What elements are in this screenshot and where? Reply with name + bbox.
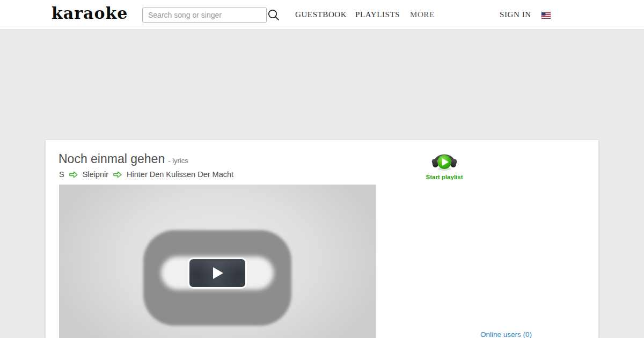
start-playlist-button[interactable]: Start playlist	[412, 149, 477, 180]
search-button[interactable]	[267, 9, 281, 23]
title-suffix: - lyrics	[168, 157, 188, 165]
video-play-button[interactable]	[188, 258, 247, 289]
play-icon	[213, 267, 223, 279]
breadcrumb: S Sleipnir Hinter Den Kulissen Der Macht	[59, 170, 233, 179]
top-navbar: karaoke GUESTBOOK PLAYLISTS MORE SIGN IN	[0, 0, 644, 30]
nav-link-more[interactable]: MORE	[410, 10, 435, 19]
search-box	[142, 8, 267, 23]
search-input[interactable]	[142, 8, 267, 23]
start-playlist-label: Start playlist	[412, 174, 477, 180]
video-player[interactable]	[59, 185, 376, 338]
nav-link-playlists[interactable]: PLAYLISTS	[355, 10, 400, 19]
breadcrumb-letter[interactable]: S	[59, 170, 64, 179]
sign-in-button[interactable]: SIGN IN	[500, 10, 531, 19]
song-title-text: Noch einmal gehen	[58, 152, 165, 166]
site-logo[interactable]: karaoke	[52, 4, 128, 23]
arrow-right-icon	[69, 171, 78, 178]
headphones-play-icon	[430, 165, 458, 173]
online-users-link[interactable]: Online users (0)	[480, 330, 532, 338]
breadcrumb-album[interactable]: Hinter Den Kulissen Der Macht	[127, 170, 233, 179]
page-title: Noch einmal gehen- lyrics	[58, 152, 188, 166]
page: karaoke GUESTBOOK PLAYLISTS MORE SIGN IN	[0, 0, 644, 338]
us-flag-icon[interactable]	[541, 11, 551, 18]
breadcrumb-artist[interactable]: Sleipnir	[83, 170, 108, 179]
search-icon	[267, 15, 280, 23]
nav-link-guestbook[interactable]: GUESTBOOK	[295, 10, 347, 19]
arrow-right-icon	[113, 171, 122, 178]
song-card: Noch einmal gehen- lyrics S Sleipnir Hin…	[46, 140, 598, 338]
